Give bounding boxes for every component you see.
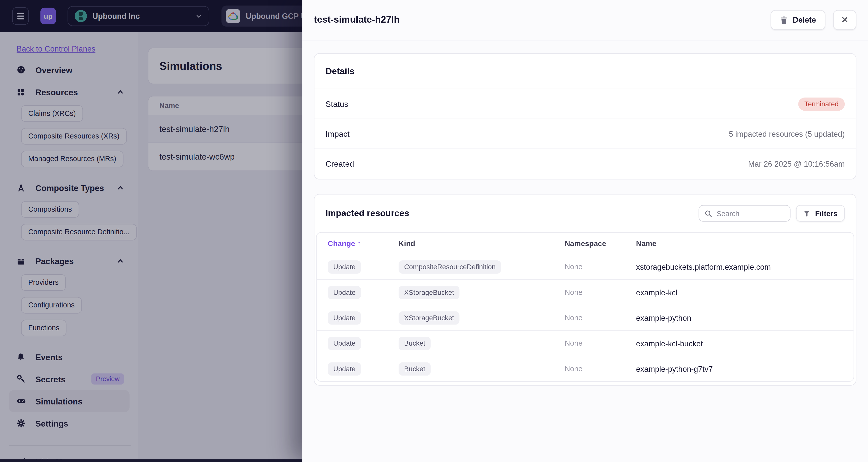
kind-badge: XStorageBucket	[399, 311, 460, 324]
details-heading: Details	[314, 54, 856, 89]
change-badge: Update	[328, 260, 361, 273]
table-row: Update Bucket None example-kcl-bucket	[317, 330, 854, 356]
status-label: Status	[326, 99, 348, 108]
namespace-cell: None	[565, 314, 636, 322]
close-button[interactable]: ✕	[833, 10, 857, 30]
impact-label: Impact	[326, 129, 350, 138]
change-badge: Update	[328, 311, 361, 324]
impacted-controls: Filters	[699, 205, 845, 222]
status-badge: Terminated	[799, 97, 845, 111]
namespace-cell: None	[565, 263, 636, 271]
impacted-resources-heading: Impacted resources	[326, 208, 409, 219]
created-row: Created Mar 26 2025 @ 10:16:56am	[314, 149, 856, 179]
created-label: Created	[326, 160, 354, 168]
column-header-name[interactable]: Name	[636, 239, 854, 247]
kind-badge: CompositeResourceDefinition	[399, 260, 501, 273]
kind-badge: XStorageBucket	[399, 286, 460, 299]
impacted-resources-card: Impacted resources Filters	[314, 194, 857, 385]
name-cell: xstoragebuckets.platform.example.com	[636, 262, 854, 271]
column-header-change[interactable]: Change ↑	[328, 239, 399, 247]
change-badge: Update	[328, 337, 361, 350]
drawer-title: test-simulate-h27lh	[314, 14, 400, 25]
name-cell: example-python-g7tv7	[636, 364, 854, 373]
table-row: Update XStorageBucket None example-pytho…	[317, 305, 854, 330]
close-icon: ✕	[841, 15, 848, 25]
filter-funnel-icon	[803, 210, 811, 217]
name-cell: example-kcl-bucket	[636, 339, 854, 348]
status-row: Status Terminated	[314, 89, 856, 119]
namespace-cell: None	[565, 288, 636, 296]
trash-icon	[780, 16, 787, 24]
table-row: Update Bucket None example-python-g7tv7	[317, 356, 854, 381]
change-badge: Update	[328, 286, 361, 299]
column-header-namespace[interactable]: Namespace	[565, 239, 636, 247]
name-cell: example-python	[636, 313, 854, 322]
search-icon	[705, 210, 712, 217]
impact-value: 5 impacted resources (5 updated)	[729, 129, 845, 138]
delete-button[interactable]: Delete	[771, 10, 825, 30]
column-header-kind[interactable]: Kind	[399, 239, 565, 247]
search-box	[699, 205, 791, 222]
filters-button[interactable]: Filters	[797, 205, 845, 222]
search-input[interactable]	[717, 209, 785, 218]
impacted-resources-table: Change ↑ Kind Namespace Name Update Comp…	[316, 232, 854, 382]
drawer-actions: Delete ✕	[771, 10, 857, 30]
created-value: Mar 26 2025 @ 10:16:56am	[748, 160, 845, 168]
table-row: Update XStorageBucket None example-kcl	[317, 279, 854, 305]
namespace-cell: None	[565, 339, 636, 347]
kind-badge: Bucket	[399, 362, 431, 375]
name-cell: example-kcl	[636, 288, 854, 297]
drawer-body: Details Status Terminated Impact 5 impac…	[302, 40, 868, 385]
kind-badge: Bucket	[399, 337, 431, 350]
drawer-header: test-simulate-h27lh Delete ✕	[302, 0, 868, 40]
sort-ascending-icon: ↑	[357, 239, 361, 247]
delete-button-label: Delete	[793, 16, 816, 24]
simulation-detail-drawer: test-simulate-h27lh Delete ✕ Details Sta…	[302, 0, 868, 462]
impact-row: Impact 5 impacted resources (5 updated)	[314, 119, 856, 149]
app-viewport: up Upbound Inc Upbound GCP U	[0, 0, 868, 462]
table-header-row: Change ↑ Kind Namespace Name	[317, 233, 854, 254]
impacted-resources-header: Impacted resources Filters	[314, 195, 856, 232]
table-row: Update CompositeResourceDefinition None …	[317, 254, 854, 279]
details-card: Details Status Terminated Impact 5 impac…	[314, 53, 857, 180]
namespace-cell: None	[565, 365, 636, 373]
change-badge: Update	[328, 362, 361, 375]
filters-button-label: Filters	[815, 209, 837, 218]
